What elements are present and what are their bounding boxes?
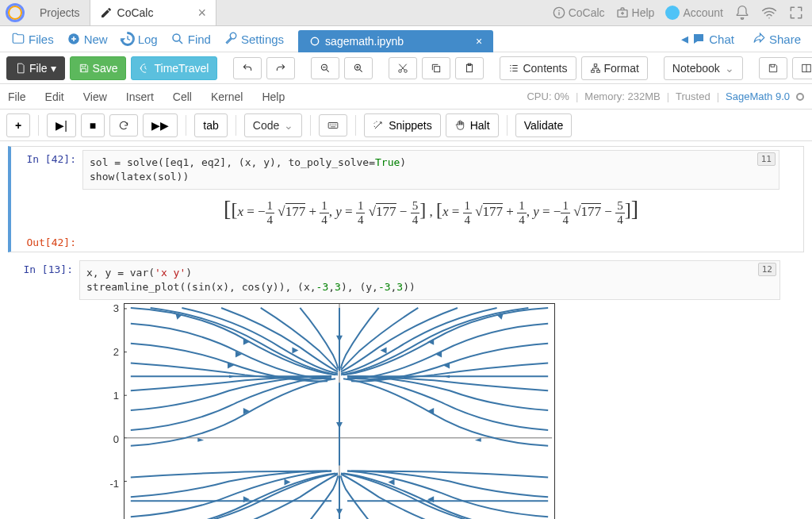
project-tab-cocalc[interactable]: CoCalc × bbox=[90, 0, 216, 25]
new-button[interactable]: New bbox=[62, 32, 113, 46]
cut-button[interactable] bbox=[389, 57, 417, 79]
magic-icon bbox=[373, 120, 384, 131]
settings-button[interactable]: Settings bbox=[219, 32, 289, 46]
output-prompt: Out[42]: bbox=[11, 233, 82, 248]
split-button[interactable] bbox=[792, 57, 812, 79]
brand-label: CoCalc bbox=[569, 6, 605, 19]
memory-status: Memory: 232MB bbox=[584, 90, 660, 102]
copy-button[interactable] bbox=[422, 57, 450, 79]
streamline-plot bbox=[124, 304, 554, 519]
timetravel-button[interactable]: TimeTravel bbox=[131, 56, 217, 80]
fullscreen-icon[interactable] bbox=[788, 5, 804, 21]
keyboard-button[interactable] bbox=[319, 114, 347, 136]
save-button[interactable]: Save bbox=[70, 56, 127, 80]
edit-icon bbox=[100, 6, 113, 19]
file-menu-button[interactable]: File ▾ bbox=[6, 56, 65, 80]
svg-marker-40 bbox=[389, 479, 395, 486]
add-cell-button[interactable]: + bbox=[6, 113, 30, 137]
view-mode-select[interactable]: Notebook ⌄ bbox=[664, 56, 743, 80]
wifi-icon[interactable] bbox=[761, 5, 777, 21]
chevron-down-icon: ⌄ bbox=[284, 119, 293, 132]
menu-cell[interactable]: Cell bbox=[173, 90, 192, 103]
svg-point-3 bbox=[173, 34, 180, 41]
menu-insert[interactable]: Insert bbox=[126, 90, 154, 103]
validate-button[interactable]: Validate bbox=[515, 113, 573, 137]
halt-label: Halt bbox=[470, 119, 490, 132]
info-icon bbox=[553, 6, 565, 19]
redo-button[interactable] bbox=[266, 57, 295, 79]
menu-kernel[interactable]: Kernel bbox=[211, 90, 243, 103]
format-button[interactable]: Format bbox=[581, 56, 648, 80]
tab-button[interactable]: tab bbox=[194, 113, 227, 137]
find-label: Find bbox=[188, 33, 211, 46]
plus-icon: + bbox=[15, 119, 21, 132]
input-prompt: In [13]: bbox=[8, 260, 79, 275]
share-button[interactable]: Share bbox=[747, 30, 806, 48]
menu-file[interactable]: File bbox=[8, 90, 26, 103]
top-header: Projects CoCalc × CoCalc Help Account bbox=[0, 0, 812, 26]
svg-rect-16 bbox=[328, 122, 338, 128]
svg-marker-32 bbox=[381, 348, 387, 354]
notebook-cell[interactable]: In [42]: 11sol = solve([eq1, eq2], (x, y… bbox=[8, 146, 804, 252]
tab-title: CoCalc bbox=[117, 6, 154, 19]
exec-count: 11 bbox=[757, 152, 776, 166]
files-button[interactable]: Files bbox=[6, 32, 59, 46]
undo-button[interactable] bbox=[233, 57, 262, 79]
zoom-in-button[interactable] bbox=[344, 57, 373, 79]
stop-button[interactable]: ■ bbox=[81, 113, 105, 137]
history-icon bbox=[140, 63, 151, 74]
restart-button[interactable] bbox=[109, 114, 138, 136]
save-icon bbox=[79, 63, 90, 74]
account-link[interactable]: Account bbox=[665, 6, 723, 20]
run-all-button[interactable]: ▶▶ bbox=[143, 113, 178, 137]
svg-marker-34 bbox=[443, 375, 450, 379]
code-input[interactable]: 12x, y = var('x y') streamline_plot((sin… bbox=[79, 260, 780, 300]
menu-edit[interactable]: Edit bbox=[45, 90, 64, 103]
svg-rect-12 bbox=[594, 63, 597, 66]
run-button[interactable]: ▶| bbox=[47, 113, 76, 137]
cocalc-info[interactable]: CoCalc bbox=[553, 6, 605, 19]
projects-tab[interactable]: Projects bbox=[30, 0, 90, 25]
help-label: Help bbox=[632, 6, 655, 19]
save-icon bbox=[768, 63, 779, 74]
settings-label: Settings bbox=[241, 33, 284, 46]
halt-button[interactable]: Halt bbox=[446, 113, 499, 137]
find-button[interactable]: Find bbox=[166, 32, 216, 46]
jupyter-menubar: File Edit View Insert Cell Kernel Help C… bbox=[0, 84, 812, 110]
list-icon bbox=[508, 63, 519, 74]
svg-marker-39 bbox=[284, 479, 290, 486]
save-disk-button[interactable] bbox=[759, 57, 787, 79]
svg-rect-13 bbox=[591, 70, 594, 72]
cell-type-select[interactable]: Code ⌄ bbox=[244, 113, 302, 137]
keyboard-icon bbox=[327, 120, 339, 131]
exec-count: 12 bbox=[758, 263, 776, 276]
notebook-area: In [42]: 11sol = solve([eq1, eq2], (x, y… bbox=[0, 141, 812, 519]
file-icon bbox=[15, 63, 26, 74]
open-file-tab[interactable]: sagemath.ipynb × bbox=[298, 30, 493, 52]
contents-label: Contents bbox=[523, 62, 567, 75]
contents-button[interactable]: Contents bbox=[500, 56, 576, 80]
paste-button[interactable] bbox=[455, 57, 484, 79]
svg-marker-41 bbox=[197, 438, 204, 442]
trusted-status[interactable]: Trusted bbox=[676, 90, 710, 102]
snippets-button[interactable]: Snippets bbox=[364, 113, 440, 137]
menu-help[interactable]: Help bbox=[262, 90, 285, 103]
chat-button[interactable]: ◂ Chat bbox=[676, 30, 739, 48]
close-icon[interactable]: × bbox=[197, 5, 206, 21]
kernel-name[interactable]: SageMath 9.0 bbox=[726, 90, 790, 102]
cocalc-logo[interactable] bbox=[3, 1, 27, 25]
code-input[interactable]: 11sol = solve([eq1, eq2], (x, y), to_pol… bbox=[82, 150, 779, 190]
close-icon[interactable]: × bbox=[476, 35, 482, 48]
log-button[interactable]: Log bbox=[116, 32, 163, 46]
menu-view[interactable]: View bbox=[83, 90, 107, 103]
cut-icon bbox=[397, 63, 408, 74]
latex-output: [[x = −14 √177 + 14, y = 14 √177 − 54] ,… bbox=[82, 190, 803, 233]
help-link[interactable]: Help bbox=[616, 6, 655, 19]
svg-rect-9 bbox=[435, 66, 440, 71]
cpu-status: CPU: 0% bbox=[527, 90, 569, 102]
plus-circle-icon bbox=[67, 32, 81, 46]
bell-icon[interactable] bbox=[734, 5, 750, 21]
avatar-icon bbox=[665, 6, 680, 20]
notebook-cell[interactable]: In [13]: 12x, y = var('x y') streamline_… bbox=[8, 257, 804, 519]
zoom-out-button[interactable] bbox=[311, 57, 339, 79]
